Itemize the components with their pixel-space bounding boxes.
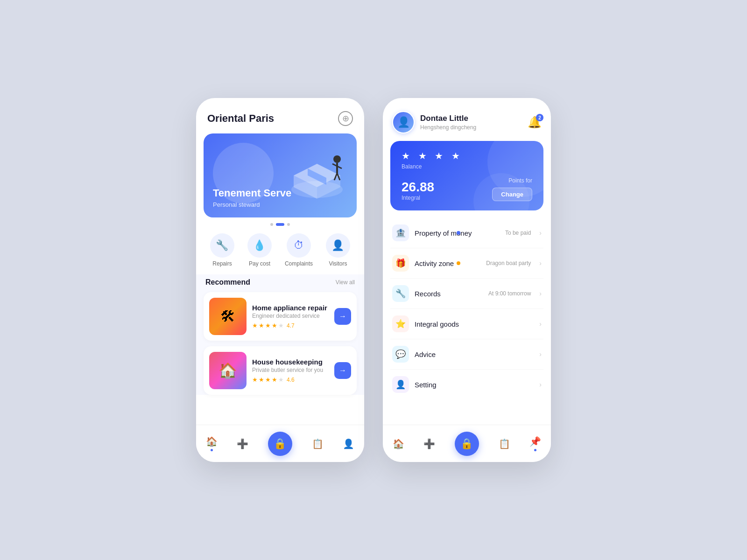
records-value: At 9:00 tomorrow — [488, 290, 531, 297]
repair-arrow-button[interactable]: → — [334, 308, 351, 325]
menu-item-activity[interactable]: 🎁 Activity zone Dragon boat party › — [390, 248, 543, 279]
user-avatar: 👤 — [392, 111, 415, 133]
repair-name: Home appliance repair — [252, 304, 329, 312]
pay-label: Pay cost — [249, 260, 270, 267]
right-nav-add[interactable]: ➕ — [423, 438, 435, 449]
user-info-block: Dontae Little Hengsheng dingcheng — [420, 114, 522, 131]
nav-home[interactable]: 🏠 — [206, 436, 218, 451]
carousel-dots — [196, 223, 364, 226]
house-name: House housekeeping — [252, 358, 329, 366]
points-for-label: Points for — [508, 177, 532, 184]
menu-item-setting[interactable]: 👤 Setting › — [390, 370, 543, 399]
bell-badge: 2 — [536, 114, 543, 121]
menu-item-records[interactable]: 🔧 Records At 9:00 tomorrow › — [390, 279, 543, 309]
action-repairs[interactable]: 🔧 Repairs — [210, 233, 234, 267]
recommend-title: Recommend — [205, 278, 250, 287]
records-label: Records — [415, 290, 483, 298]
hero-banner: Tenement Serve Personal steward — [204, 133, 357, 217]
nav-add[interactable]: ➕ — [237, 438, 248, 449]
app-title: Oriental Paris — [207, 112, 274, 125]
service-list: 🛠 Home appliance repair Engineer dedicat… — [196, 292, 364, 395]
property-label: Property of money — [415, 229, 500, 237]
right-phone: 👤 Dontae Little Hengsheng dingcheng 🔔 2 … — [383, 98, 551, 462]
action-visitors[interactable]: 👤 Visitors — [326, 233, 350, 267]
right-nav-profile-dot — [534, 449, 536, 451]
house-arrow-button[interactable]: → — [334, 362, 351, 379]
records-icon: 🔧 — [395, 288, 406, 299]
notification-bell-wrap: 🔔 2 — [528, 116, 542, 129]
card-balance-label: Balance — [402, 163, 532, 170]
property-notification-dot — [457, 231, 460, 235]
integral-chevron-icon: › — [539, 320, 542, 328]
integral-goods-label: Integral goods — [415, 320, 525, 328]
service-card-house[interactable]: 🏠 House housekeeping Private butler serv… — [204, 346, 357, 395]
advice-icon-wrap: 💬 — [392, 346, 409, 363]
house-desc: Private butler service for you — [252, 367, 329, 373]
activity-notification-dot — [457, 261, 460, 265]
property-icon: 🏦 — [395, 228, 406, 238]
dot-3[interactable] — [287, 223, 290, 226]
action-complaints[interactable]: ⏱ Complaints — [285, 233, 313, 267]
nav-tasks[interactable]: 📋 — [312, 438, 324, 449]
repair-thumbnail: 🛠 — [209, 298, 247, 335]
action-pay[interactable]: 💧 Pay cost — [247, 233, 272, 267]
recommend-header: Recommend View all — [196, 274, 364, 292]
menu-item-advice[interactable]: 💬 Advice › — [390, 339, 543, 370]
house-info: House housekeeping Private butler servic… — [252, 358, 329, 383]
setting-icon: 👤 — [395, 379, 406, 390]
advice-label: Advice — [415, 350, 525, 358]
menu-item-integral[interactable]: ⭐ Integral goods › — [390, 309, 543, 339]
records-chevron-icon: › — [539, 290, 542, 297]
house-thumbnail: 🏠 — [209, 352, 247, 389]
repair-info: Home appliance repair Engineer dedicated… — [252, 304, 329, 329]
menu-list: 🏦 Property of money To be paid › 🎁 Activ… — [383, 218, 551, 399]
property-value: To be paid — [505, 230, 531, 236]
pay-icon: 💧 — [247, 233, 272, 258]
banner-title: Tenement Serve — [213, 187, 291, 199]
change-button[interactable]: Change — [492, 188, 532, 201]
left-header: Oriental Paris ⊕ — [196, 98, 364, 133]
visitors-icon: 👤 — [326, 233, 350, 258]
integral-value: 26.88 — [402, 180, 434, 195]
dot-1[interactable] — [270, 223, 273, 226]
balance-card: ★ ★ ★ ★ Balance 26.88 Integral Points fo… — [390, 141, 543, 210]
service-card-repair[interactable]: 🛠 Home appliance repair Engineer dedicat… — [204, 292, 357, 341]
banner-subtitle: Personal steward — [213, 201, 291, 208]
nav-center-lock[interactable]: 🔒 — [268, 432, 292, 456]
svg-point-5 — [333, 155, 341, 163]
right-nav-tasks[interactable]: 📋 — [499, 438, 510, 449]
view-all-button[interactable]: View all — [336, 279, 355, 286]
add-button[interactable]: ⊕ — [338, 111, 353, 126]
advice-chevron-icon: › — [539, 350, 542, 358]
user-header: 👤 Dontae Little Hengsheng dingcheng 🔔 2 — [383, 98, 551, 141]
menu-item-property[interactable]: 🏦 Property of money To be paid › — [390, 218, 543, 248]
quick-actions-grid: 🔧 Repairs 💧 Pay cost ⏱ Complaints 👤 Visi… — [196, 230, 364, 274]
integral-label: Integral — [402, 195, 434, 201]
house-stars: ★ ★ ★ ★ ★ 4.6 — [252, 376, 329, 383]
records-icon-wrap: 🔧 — [392, 285, 409, 302]
dot-2[interactable] — [276, 223, 284, 226]
repairs-icon: 🔧 — [210, 233, 234, 258]
complaints-label: Complaints — [285, 260, 313, 267]
repairs-label: Repairs — [212, 260, 232, 267]
activity-chevron-icon: › — [539, 259, 542, 267]
nav-profile[interactable]: 👤 — [343, 438, 354, 449]
right-nav-home[interactable]: 🏠 — [393, 438, 404, 449]
card-right: Points for Change — [492, 177, 532, 201]
house-rating: 4.6 — [287, 377, 295, 383]
user-subtitle: Hengsheng dingcheng — [420, 124, 522, 131]
activity-value: Dragon boat party — [486, 260, 531, 266]
left-phone: Oriental Paris ⊕ Tenement Serve Personal… — [196, 98, 364, 462]
banner-illustration — [282, 138, 352, 210]
repair-rating: 4.7 — [287, 322, 295, 329]
banner-text-block: Tenement Serve Personal steward — [213, 187, 291, 208]
app-container: Oriental Paris ⊕ Tenement Serve Personal… — [196, 98, 551, 462]
repair-stars: ★ ★ ★ ★ ★ 4.7 — [252, 322, 329, 329]
complaints-icon: ⏱ — [287, 233, 311, 258]
property-icon-wrap: 🏦 — [392, 224, 409, 241]
card-stars: ★ ★ ★ ★ — [402, 150, 532, 161]
integral-block: 26.88 Integral — [402, 180, 434, 201]
right-nav-profile[interactable]: 📌 — [529, 436, 541, 451]
right-nav-center-lock[interactable]: 🔒 — [455, 432, 479, 456]
right-bottom-nav: 🏠 ➕ 🔒 📋 📌 — [383, 425, 551, 462]
